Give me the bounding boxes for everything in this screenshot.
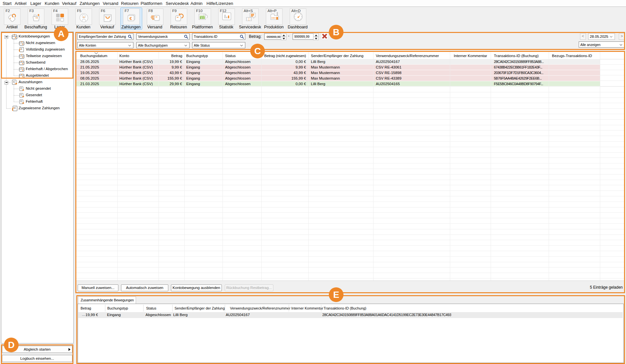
svg-text:€: € xyxy=(130,16,132,21)
svg-text:€: € xyxy=(13,80,15,83)
svg-text:€: € xyxy=(21,87,22,90)
svg-text:€: € xyxy=(21,93,22,96)
svg-text:€: € xyxy=(21,48,23,51)
svg-text:€: € xyxy=(14,106,16,110)
svg-text:€: € xyxy=(21,100,22,103)
